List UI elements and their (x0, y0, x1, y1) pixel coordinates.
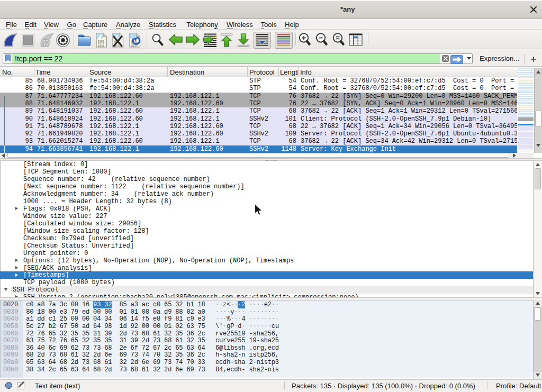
svg-text:0111: 0111 (98, 45, 104, 48)
svg-text:0111: 0111 (131, 45, 138, 48)
